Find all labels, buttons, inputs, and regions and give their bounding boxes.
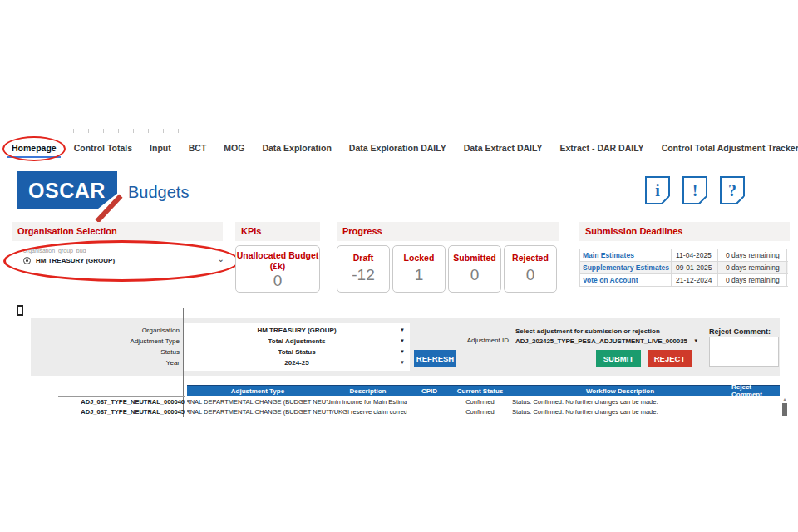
- progress-card-value: 1: [393, 266, 445, 284]
- tab-bar: Homepage Control Totals Input BCT MOG Da…: [12, 140, 798, 156]
- adjustment-id-value: ADJ_202425_TYPE_PESA_ADJUSTMENT_LIVE_000…: [515, 337, 687, 345]
- progress-card-label: Locked: [393, 253, 445, 264]
- chevron-down-icon: ▼: [400, 357, 405, 368]
- deadline-name-link[interactable]: Main Estimates: [580, 249, 672, 261]
- help-icon-glyph: ?: [728, 181, 736, 200]
- cell-cpid: [407, 406, 451, 416]
- organisation-filter-dropdown[interactable]: HM TREASURY (GROUP) ▼: [184, 325, 410, 336]
- table-row[interactable]: INTERNAL DEPARTMENTAL CHANGE (BUDGET NEU…: [187, 406, 780, 416]
- adjustments-table-header: Adjustment Type Description CPID Current…: [187, 385, 780, 396]
- alert-icon-glyph: !: [692, 181, 698, 200]
- progress-card-locked: Locked 1: [392, 245, 446, 293]
- tab-edge-tick: [178, 129, 179, 133]
- submission-deadlines-table: Main Estimates 11-04-2025 0 days remaini…: [579, 249, 788, 287]
- row-label-divider: [58, 396, 185, 397]
- tab-data-exploration[interactable]: Data Exploration: [262, 143, 331, 153]
- submission-deadlines-header: Submission Deadlines: [579, 222, 790, 241]
- adjustment-id-dropdown[interactable]: ADJ_202425_TYPE_PESA_ADJUSTMENT_LIVE_000…: [515, 336, 697, 347]
- refresh-button[interactable]: REFRESH: [414, 350, 456, 367]
- progress-header: Progress: [337, 222, 559, 241]
- tab-bct[interactable]: BCT: [189, 143, 207, 153]
- adjustment-row-id: ADJ_087_TYPE_NEUTRAL_000046: [58, 397, 185, 407]
- deadline-row: Main Estimates 11-04-2025 0 days remaini…: [580, 249, 788, 262]
- adjustment-type-filter-dropdown[interactable]: Total Adjustments ▼: [184, 336, 410, 347]
- organisation-group-dropdown[interactable]: organisation_group_bud HM TREASURY (GROU…: [15, 246, 231, 275]
- tab-label: Data Extract DAILY: [464, 143, 543, 153]
- tab-label: MOG: [224, 143, 244, 153]
- tab-label: Control Total Adjustment Tracker: [662, 143, 798, 153]
- scrollbar-thumb[interactable]: [782, 403, 787, 416]
- deadline-name-link[interactable]: Vote on Account: [580, 274, 672, 286]
- tab-edge-tick: [103, 129, 104, 133]
- progress-card-label: Rejected: [505, 253, 556, 264]
- cell-current-status: Confirmed: [451, 397, 509, 406]
- alert-icon[interactable]: !: [682, 176, 707, 204]
- status-filter-dropdown[interactable]: Total Status ▼: [184, 347, 410, 357]
- dropdown-value: Total Adjustments: [268, 337, 326, 345]
- tab-label: Extract - DAR DAILY: [559, 143, 643, 153]
- column-header-cpid: CPID: [407, 386, 451, 396]
- tab-label: Data Exploration: [262, 143, 331, 153]
- tab-label: Control Totals: [74, 143, 132, 153]
- radio-selected[interactable]: [23, 257, 31, 264]
- cell-adjustment-type: INTERNAL DEPARTMENTAL CHANGE (BUDGET NEU…: [187, 406, 328, 416]
- progress-card-value: 0: [505, 266, 556, 284]
- filter-label-year: Year: [50, 357, 180, 368]
- progress-card-label: Draft: [337, 253, 389, 264]
- tab-data-exploration-daily[interactable]: Data Exploration DAILY: [349, 143, 446, 153]
- tab-edge-tick: [73, 129, 74, 133]
- cell-description: Admin income for Main Estimate: [328, 397, 407, 406]
- adjustment-row-id: ADJ_087_TYPE_NEUTRAL_000045: [58, 407, 185, 417]
- adjustment-row-ids: ADJ_087_TYPE_NEUTRAL_000046 ADJ_087_TYPE…: [58, 397, 185, 417]
- deadline-date: 11-04-2025: [672, 249, 718, 261]
- reject-button[interactable]: REJECT: [648, 350, 692, 367]
- tab-mog[interactable]: MOG: [224, 143, 244, 153]
- cell-description: HMT/UKGI reserve claim correction: [328, 406, 407, 416]
- organisation-selected-row: HM TREASURY (GROUP): [23, 257, 115, 264]
- deadline-name-link[interactable]: Supplementary Estimates: [580, 262, 672, 273]
- select-adjustment-label: Select adjustment for submission or reje…: [515, 328, 660, 335]
- adjustments-table-body: INTERNAL DEPARTMENTAL CHANGE (BUDGET NEU…: [187, 397, 780, 416]
- tab-control-total-adjustment-tracker[interactable]: Control Total Adjustment Tracker: [662, 143, 798, 153]
- cell-current-status: Confirmed: [451, 406, 509, 416]
- progress-card-draft: Draft -12: [337, 245, 390, 293]
- cell-reject-comment: [732, 397, 780, 406]
- tab-data-extract-daily[interactable]: Data Extract DAILY: [464, 143, 543, 153]
- cell-reject-comment: [732, 406, 780, 416]
- progress-cards: Draft -12 Locked 1 Submitted 0 Rejected …: [337, 245, 557, 293]
- table-scrollbar[interactable]: ▲: [781, 397, 788, 418]
- table-row[interactable]: INTERNAL DEPARTMENTAL CHANGE (BUDGET NEU…: [187, 397, 780, 406]
- info-icon[interactable]: i: [645, 176, 670, 204]
- reject-comment-input[interactable]: [709, 337, 779, 367]
- collapsed-pane-icon[interactable]: [17, 305, 23, 316]
- page-title: Budgets: [128, 183, 189, 202]
- tab-edge-tick: [88, 129, 89, 133]
- submit-button[interactable]: SUBMIT: [596, 350, 641, 367]
- tab-control-totals[interactable]: Control Totals: [74, 143, 132, 153]
- oscar-logo-box: OSCAR: [17, 171, 117, 209]
- deadline-remaining: 0 days remaining: [718, 249, 787, 261]
- filter-label-status: Status: [50, 347, 180, 357]
- column-header-current-status: Current Status: [451, 386, 509, 396]
- filter-dropdowns: HM TREASURY (GROUP) ▼ Total Adjustments …: [184, 323, 410, 371]
- oscar-logo: OSCAR: [17, 171, 117, 209]
- deadline-date: 09-01-2025: [672, 262, 718, 273]
- progress-card-label: Submitted: [449, 253, 500, 264]
- tab-label: Input: [150, 143, 171, 153]
- tab-label: Homepage: [12, 143, 57, 153]
- progress-card-rejected: Rejected 0: [504, 245, 557, 293]
- tab-edge-tick: [148, 129, 149, 133]
- scroll-up-icon[interactable]: ▲: [783, 397, 787, 401]
- dropdown-value: 2024-25: [284, 359, 308, 367]
- dropdown-value: HM TREASURY (GROUP): [257, 327, 336, 334]
- help-icon[interactable]: ?: [720, 176, 745, 204]
- tab-input[interactable]: Input: [150, 143, 171, 153]
- chevron-down-icon: ▼: [400, 347, 405, 357]
- deadline-remaining: 0 days remaining: [718, 274, 787, 286]
- year-filter-dropdown[interactable]: 2024-25 ▼: [184, 357, 410, 368]
- header-icon-buttons: i ! ?: [645, 176, 745, 204]
- tab-extract-dar-daily[interactable]: Extract - DAR DAILY: [559, 143, 643, 153]
- tab-homepage[interactable]: Homepage: [12, 143, 57, 153]
- progress-card-value: 0: [449, 266, 500, 284]
- oscar-budgets-page: Homepage Control Totals Input BCT MOG Da…: [0, 0, 798, 532]
